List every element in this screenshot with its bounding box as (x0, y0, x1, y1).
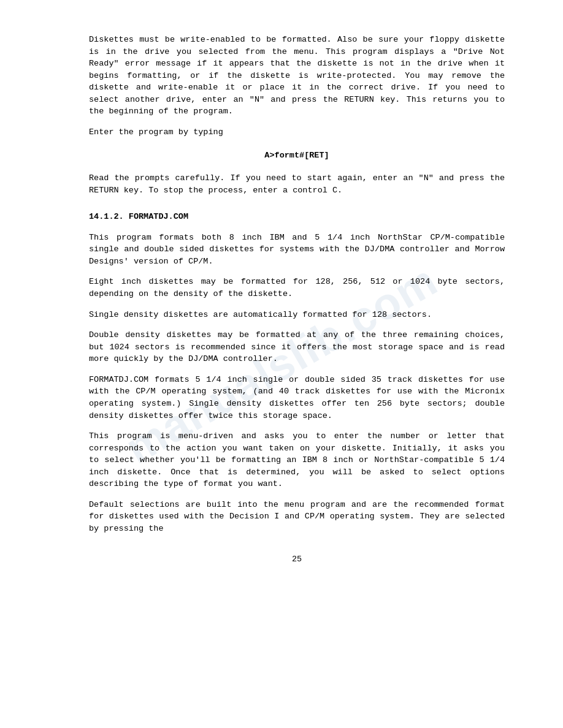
paragraph-9: This program is menu-driven and asks you… (89, 430, 505, 490)
paragraph-10: Default selections are built into the me… (89, 499, 505, 535)
command-text: formt#[RET] (275, 151, 329, 160)
content: Diskettes must be write-enabled to be fo… (89, 34, 505, 565)
paragraph-2: Enter the program by typing (89, 126, 505, 138)
paragraph-6: Single density diskettes are automatical… (89, 309, 505, 321)
page-number: 25 (89, 553, 505, 566)
paragraph-3: Read the prompts carefully. If you need … (89, 172, 505, 196)
page: manualslib.com Diskettes must be write-e… (0, 0, 563, 728)
paragraph-1: Diskettes must be write-enabled to be fo… (89, 34, 505, 118)
paragraph-4: This program formats both 8 inch IBM and… (89, 232, 505, 268)
paragraph-8: FORMATDJ.COM formats 5 1/4 inch single o… (89, 374, 505, 422)
paragraph-7: Double density diskettes may be formatte… (89, 329, 505, 365)
section-heading-14-1-2: 14.1.2. FORMATDJ.COM (89, 211, 505, 223)
paragraph-5: Eight inch diskettes may be formatted fo… (89, 276, 505, 300)
command-line: A>formt#[RET] (89, 150, 505, 162)
